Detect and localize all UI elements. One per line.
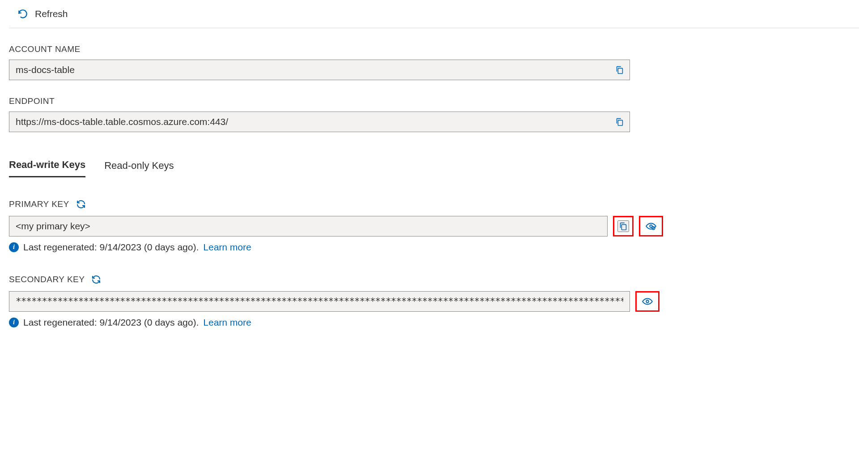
account-name-input[interactable] <box>9 60 610 80</box>
refresh-icon <box>17 8 29 20</box>
toolbar: Refresh <box>9 0 859 28</box>
primary-key-label: PRIMARY KEY <box>9 199 69 209</box>
eye-show-icon <box>642 296 653 307</box>
secondary-key-section: SECONDARY KEY i Last regenerated: 9/14/2… <box>9 274 859 328</box>
svg-point-6 <box>646 300 648 302</box>
account-name-row <box>9 60 630 80</box>
copy-icon <box>615 117 625 127</box>
copy-account-name-button[interactable] <box>610 60 630 80</box>
endpoint-section: ENDPOINT <box>9 96 859 132</box>
info-icon: i <box>9 318 19 327</box>
account-name-label: ACCOUNT NAME <box>9 44 859 54</box>
primary-key-row <box>9 216 859 236</box>
regenerate-primary-key-button[interactable] <box>76 199 86 210</box>
primary-key-input-row <box>9 216 608 236</box>
secondary-key-learn-more-link[interactable]: Learn more <box>203 317 251 328</box>
refresh-label: Refresh <box>35 9 68 19</box>
hide-primary-key-button[interactable] <box>639 216 663 236</box>
svg-point-3 <box>650 225 652 227</box>
endpoint-label: ENDPOINT <box>9 96 859 106</box>
primary-key-section: PRIMARY KEY <box>9 199 859 253</box>
primary-key-info-text: Last regenerated: 9/14/2023 (0 days ago)… <box>23 242 199 253</box>
primary-key-input[interactable] <box>9 216 607 236</box>
copy-icon <box>618 221 628 231</box>
account-name-section: ACCOUNT NAME <box>9 44 859 80</box>
primary-key-info: i Last regenerated: 9/14/2023 (0 days ag… <box>9 242 859 253</box>
refresh-button[interactable]: Refresh <box>17 8 68 20</box>
svg-rect-2 <box>621 224 626 230</box>
copy-primary-key-button[interactable] <box>617 220 629 232</box>
secondary-key-info: i Last regenerated: 9/14/2023 (0 days ag… <box>9 317 859 328</box>
secondary-key-input-row <box>9 291 630 312</box>
svg-rect-1 <box>618 120 622 125</box>
copy-primary-key-highlight <box>613 216 634 236</box>
show-secondary-key-button[interactable] <box>635 291 660 312</box>
regenerate-secondary-key-button[interactable] <box>91 274 102 285</box>
primary-key-learn-more-link[interactable]: Learn more <box>203 242 251 253</box>
secondary-key-label: SECONDARY KEY <box>9 275 85 284</box>
svg-rect-0 <box>618 68 622 73</box>
tab-read-only-keys[interactable]: Read-only Keys <box>104 159 174 177</box>
info-icon: i <box>9 242 19 252</box>
eye-hide-icon <box>645 220 657 232</box>
primary-key-label-row: PRIMARY KEY <box>9 199 859 210</box>
key-tabs: Read-write Keys Read-only Keys <box>9 159 859 177</box>
endpoint-row <box>9 112 630 132</box>
secondary-key-row <box>9 291 859 312</box>
copy-endpoint-button[interactable] <box>610 112 630 132</box>
secondary-key-label-row: SECONDARY KEY <box>9 274 859 285</box>
tab-read-write-keys[interactable]: Read-write Keys <box>9 159 85 177</box>
secondary-key-input[interactable] <box>9 292 630 311</box>
secondary-key-info-text: Last regenerated: 9/14/2023 (0 days ago)… <box>23 317 199 328</box>
endpoint-input[interactable] <box>9 112 610 132</box>
copy-icon <box>615 65 625 75</box>
